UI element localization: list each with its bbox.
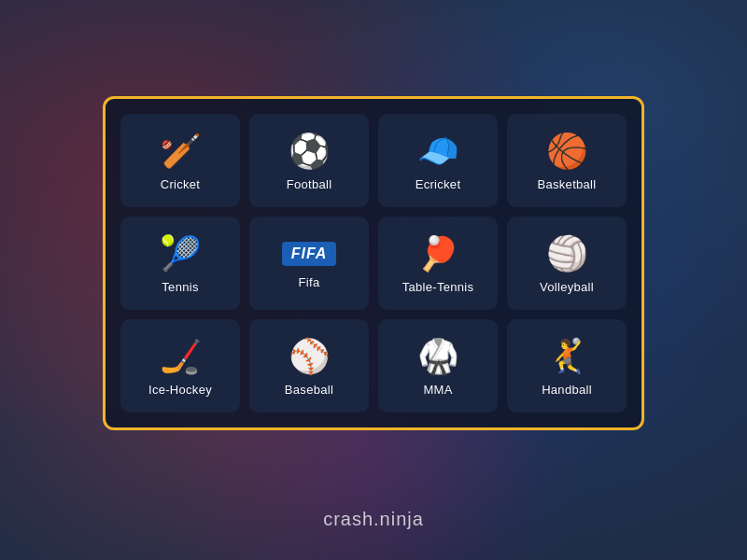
cricket-icon: 🏏 bbox=[160, 134, 202, 168]
baseball-label: Baseball bbox=[285, 383, 333, 397]
sport-card-mma[interactable]: 🥋MMA bbox=[378, 319, 498, 413]
mma-icon: 🥋 bbox=[417, 340, 459, 373]
sport-card-volleyball[interactable]: 🏐Volleyball bbox=[507, 217, 627, 310]
basketball-icon: 🏀 bbox=[546, 134, 588, 168]
ice-hockey-icon: 🏒 bbox=[160, 340, 202, 373]
tennis-icon: 🎾 bbox=[160, 237, 202, 271]
sport-card-football[interactable]: ⚽Football bbox=[249, 114, 369, 207]
volleyball-label: Volleyball bbox=[540, 280, 594, 294]
fifa-badge: FIFA bbox=[282, 242, 337, 266]
table-tennis-label: Table-Tennis bbox=[402, 280, 474, 294]
fifa-label: Fifa bbox=[299, 275, 320, 289]
ice-hockey-label: Ice-Hockey bbox=[148, 383, 212, 397]
football-label: Football bbox=[287, 177, 332, 191]
sport-card-table-tennis[interactable]: 🏓Table-Tennis bbox=[378, 217, 498, 310]
ecricket-label: Ecricket bbox=[416, 177, 461, 191]
handball-icon: 🤾 bbox=[546, 340, 588, 373]
sport-card-ecricket[interactable]: 🧢Ecricket bbox=[378, 114, 498, 207]
sport-card-handball[interactable]: 🤾Handball bbox=[507, 319, 627, 413]
sport-card-basketball[interactable]: 🏀Basketball bbox=[507, 114, 627, 207]
ecricket-icon: 🧢 bbox=[417, 134, 459, 168]
mma-label: MMA bbox=[423, 383, 452, 397]
sport-card-ice-hockey[interactable]: 🏒Ice-Hockey bbox=[120, 319, 240, 413]
handball-label: Handball bbox=[542, 383, 592, 397]
sport-card-fifa[interactable]: FIFAFifa bbox=[249, 217, 369, 310]
sport-card-tennis[interactable]: 🎾Tennis bbox=[120, 217, 240, 310]
cricket-label: Cricket bbox=[161, 177, 201, 191]
sports-grid: 🏏Cricket⚽Football🧢Ecricket🏀Basketball🎾Te… bbox=[103, 96, 644, 430]
football-icon: ⚽ bbox=[289, 134, 331, 168]
sport-card-cricket[interactable]: 🏏Cricket bbox=[120, 114, 240, 207]
sport-card-baseball[interactable]: ⚾Baseball bbox=[249, 319, 369, 413]
tennis-label: Tennis bbox=[162, 280, 198, 294]
baseball-icon: ⚾ bbox=[289, 340, 331, 373]
table-tennis-icon: 🏓 bbox=[417, 237, 459, 271]
site-footer: crash.ninja bbox=[323, 509, 424, 530]
basketball-label: Basketball bbox=[538, 177, 597, 191]
volleyball-icon: 🏐 bbox=[546, 237, 588, 271]
